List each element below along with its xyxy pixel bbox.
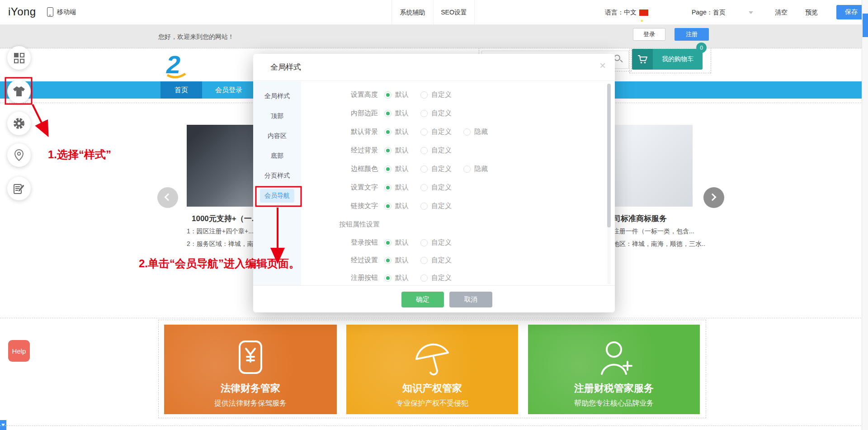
radio-option[interactable]: 自定义 (420, 128, 452, 136)
radio-label: 自定义 (431, 128, 452, 136)
radio-icon[interactable] (384, 203, 392, 210)
radio-option[interactable]: 自定义 (420, 90, 452, 99)
radio-option[interactable]: 默认 (384, 256, 409, 265)
sidebar-item-components[interactable] (7, 46, 31, 70)
radio-icon[interactable] (384, 184, 392, 191)
radio-option[interactable]: 默认 (384, 90, 409, 99)
radio-icon[interactable] (384, 110, 392, 117)
radio-option[interactable]: 默认 (384, 109, 409, 118)
feature-card-legal-finance[interactable]: 法律财务管家 提供法律财务保驾服务 (164, 325, 337, 414)
radio-icon[interactable] (420, 203, 428, 210)
radio-icon[interactable] (420, 110, 428, 117)
radio-option[interactable]: 自定义 (420, 274, 452, 282)
radio-icon[interactable] (420, 128, 428, 136)
sidebar-item-edit[interactable] (7, 177, 31, 200)
carousel-next-button[interactable] (703, 187, 724, 208)
cart-button[interactable]: 我的购物车 (632, 49, 703, 70)
radio-label: 默认 (395, 202, 409, 210)
radio-option[interactable]: 隐藏 (463, 165, 488, 173)
radio-icon[interactable] (420, 147, 428, 154)
cancel-button[interactable]: 取消 (449, 292, 492, 307)
radio-icon[interactable] (420, 239, 428, 246)
radio-option[interactable]: 自定义 (420, 238, 452, 247)
radio-option[interactable]: 默认 (384, 146, 409, 155)
nav-tab-member-login[interactable]: 会员登录 (202, 81, 255, 99)
modal-menu-item-4[interactable]: 分页样式 (253, 166, 301, 186)
button-properties-heading: 按钮属性设置 (301, 215, 607, 234)
help-button[interactable]: Help (8, 340, 30, 362)
modal-menu-item-1[interactable]: 顶部 (253, 106, 301, 126)
feature-card-tax[interactable]: 注册财税管家服务 帮助您专注核心品牌业务 (528, 325, 700, 414)
radio-icon[interactable] (384, 91, 392, 99)
login-button[interactable]: 登录 (633, 28, 665, 41)
modal-menu-item-3[interactable]: 底部 (253, 146, 301, 166)
page-scrollbar[interactable] (862, 0, 868, 430)
language-selector[interactable]: 语言：中文 (605, 0, 648, 25)
style-option-row: 默认背景默认自定义隐藏 (301, 123, 607, 141)
modal-menu-item-label: 全局样式 (260, 90, 294, 103)
preview-button[interactable]: 预览 (805, 0, 818, 25)
radio-option[interactable]: 自定义 (420, 183, 452, 192)
radio-option[interactable]: 自定义 (420, 165, 452, 173)
radio-icon[interactable] (384, 147, 392, 154)
radio-option[interactable]: 默认 (384, 202, 409, 210)
modal-scrollbar[interactable] (607, 84, 611, 284)
radio-option[interactable]: 默认 (384, 274, 409, 282)
product-image[interactable] (606, 125, 693, 207)
radio-option[interactable]: 默认 (384, 183, 409, 192)
radio-option[interactable]: 默认 (384, 238, 409, 247)
sidebar-item-location[interactable] (7, 143, 31, 167)
carousel-prev-button[interactable] (157, 187, 178, 208)
radio-option[interactable]: 自定义 (420, 256, 452, 265)
feature-card-ip[interactable]: 知识产权管家 专业保护产权不受侵犯 (346, 325, 518, 414)
radio-label: 默认 (395, 109, 409, 118)
annotation-step1-text: 1.选择“样式” (48, 147, 111, 162)
feature-subtitle: 帮助您专注核心品牌业务 (574, 399, 654, 408)
radio-label: 自定义 (431, 109, 452, 118)
close-icon[interactable]: × (599, 60, 606, 71)
radio-icon[interactable] (384, 128, 392, 136)
radio-icon[interactable] (420, 274, 428, 282)
search-icon[interactable] (614, 55, 620, 61)
modal-menu-item-5[interactable]: 会员导航 (253, 186, 301, 206)
radio-icon[interactable] (463, 128, 471, 136)
radio-label: 自定义 (431, 183, 452, 192)
sidebar-item-settings[interactable] (7, 112, 31, 135)
radio-icon[interactable] (420, 184, 428, 191)
modal-menu-item-2[interactable]: 内容区 (253, 126, 301, 146)
mobile-view-toggle[interactable]: 移动端 (47, 7, 76, 17)
radio-icon[interactable] (420, 165, 428, 173)
register-button[interactable]: 注册 (675, 28, 709, 41)
nav-tab-home[interactable]: 首页 (160, 81, 202, 99)
radio-icon[interactable] (420, 91, 428, 99)
sidebar-item-style[interactable] (7, 80, 31, 103)
chevron-left-icon (165, 194, 172, 201)
system-helper-menu[interactable]: 系统辅助 (392, 0, 433, 25)
radio-icon[interactable] (384, 274, 392, 282)
product-title[interactable]: 司标准商标服务 (613, 213, 667, 224)
radio-option[interactable]: 隐藏 (463, 128, 488, 136)
chevron-down-icon[interactable] (749, 11, 753, 14)
radio-icon[interactable] (384, 165, 392, 173)
scrollbar-thumb[interactable] (863, 14, 868, 37)
radio-option[interactable]: 自定义 (420, 109, 452, 118)
modal-menu-item-0[interactable]: 全局样式 (253, 86, 301, 106)
radio-label: 默认 (395, 183, 409, 192)
confirm-button[interactable]: 确定 (401, 292, 444, 307)
radio-option[interactable]: 自定义 (420, 146, 452, 155)
clear-button[interactable]: 清空 (775, 0, 788, 25)
umbrella-icon (412, 335, 453, 380)
radio-option[interactable]: 自定义 (420, 202, 452, 210)
radio-icon[interactable] (463, 165, 471, 173)
scrollbar-thumb[interactable] (607, 84, 611, 227)
radio-option[interactable]: 默认 (384, 165, 409, 173)
radio-label: 隐藏 (474, 165, 488, 173)
radio-icon[interactable] (384, 257, 392, 264)
page-selector[interactable]: Page：首页 (692, 0, 726, 25)
radio-icon[interactable] (384, 239, 392, 246)
radio-option[interactable]: 默认 (384, 128, 409, 136)
radio-icon[interactable] (420, 257, 428, 264)
seo-settings-menu[interactable]: SEO设置 (433, 0, 475, 25)
scroll-down-arrow[interactable] (0, 420, 6, 430)
product-title[interactable]: 1000元支持+（一... (192, 213, 258, 224)
